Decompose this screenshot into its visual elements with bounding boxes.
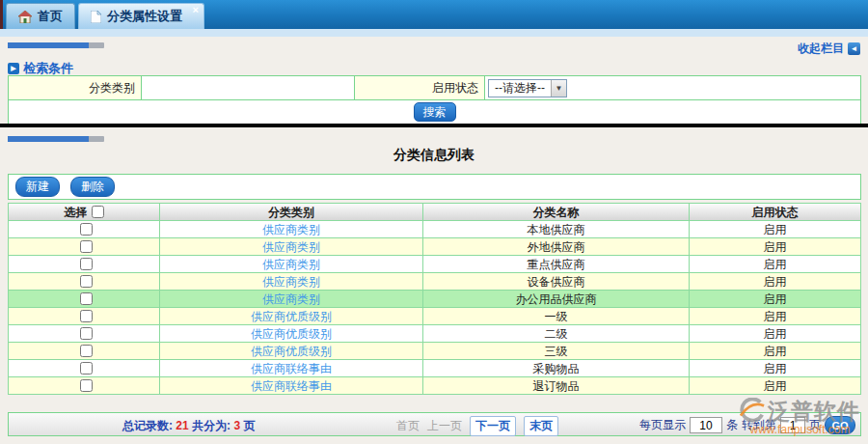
search-button[interactable]: 搜索 (414, 102, 456, 122)
progress-bar-list (8, 136, 104, 142)
row-name-cell: 采购物品 (423, 360, 690, 377)
row-name-cell: 退订物品 (423, 377, 690, 395)
row-category-cell: 供应商优质级别 (160, 308, 423, 325)
row-status-cell: 启用 (690, 308, 860, 325)
tab-home[interactable]: 首页 (6, 3, 75, 29)
collapse-columns-link[interactable]: 收起栏目 ◄ (798, 41, 860, 57)
collapse-icon: ◄ (848, 42, 860, 55)
delete-button[interactable]: 删除 (70, 177, 115, 197)
list-title: 分类信息列表 (0, 147, 868, 164)
status-select[interactable]: --请选择-- ▼ (488, 79, 567, 97)
row-checkbox[interactable] (80, 345, 93, 357)
list-toolbar: 新建 删除 (8, 174, 861, 200)
category-table: 选择 分类类别 分类名称 启用状态 供应商类别本地供应商启用供应商类别外地供应商… (8, 203, 861, 395)
tab-active-label: 分类属性设置 (107, 8, 182, 25)
row-select-cell (9, 377, 160, 395)
last-page-button[interactable]: 末页 (524, 416, 558, 436)
row-select-cell (9, 325, 160, 343)
category-link[interactable]: 供应商优质级别 (251, 310, 332, 323)
header-name: 分类名称 (423, 204, 690, 221)
row-category-cell: 供应商优质级别 (160, 343, 423, 360)
per-page-label: 每页显示 (639, 417, 686, 433)
row-checkbox[interactable] (80, 362, 93, 375)
table-row: 供应商类别设备供应商启用 (9, 273, 860, 291)
section-play-icon: ▶ (8, 63, 19, 74)
row-select-cell (9, 256, 160, 273)
pagination-bar: 总记录数: 21 共分为: 3 页 首页 上一页 下一页 末页 每页显示 条 转… (8, 412, 861, 436)
row-name-cell: 本地供应商 (423, 221, 690, 238)
chevron-down-icon: ▼ (551, 80, 566, 97)
row-category-cell: 供应商联络事由 (160, 377, 423, 395)
header-select: 选择 (9, 204, 160, 221)
row-name-cell: 办公用品供应商 (423, 291, 690, 308)
row-select-cell (9, 343, 160, 360)
category-link[interactable]: 供应商类别 (262, 240, 320, 254)
goto-unit: 页 (809, 417, 821, 433)
first-page-link[interactable]: 首页 (396, 418, 420, 434)
category-link[interactable]: 供应商类别 (262, 223, 320, 236)
row-status-cell: 启用 (690, 273, 860, 291)
row-checkbox[interactable] (80, 258, 93, 270)
header-status: 启用状态 (690, 204, 860, 221)
status-select-value: --请选择-- (489, 80, 551, 97)
category-link[interactable]: 供应商联络事由 (251, 362, 332, 375)
row-category-cell: 供应商类别 (160, 221, 423, 238)
table-row: 供应商类别重点供应商启用 (9, 256, 860, 273)
tab-home-label: 首页 (38, 8, 63, 25)
row-checkbox[interactable] (80, 379, 93, 392)
row-select-cell (9, 221, 160, 238)
row-name-cell: 一级 (423, 308, 690, 325)
total-pages: 3 (233, 419, 240, 432)
row-category-cell: 供应商类别 (160, 256, 423, 273)
row-select-cell (9, 308, 160, 325)
table-row: 供应商优质级别一级启用 (9, 308, 860, 325)
row-name-cell: 设备供应商 (423, 273, 690, 291)
pager: 首页 上一页 下一页 末页 (396, 416, 558, 436)
category-link[interactable]: 供应商类别 (262, 292, 320, 306)
tab-category-settings[interactable]: 分类属性设置 × (78, 3, 204, 29)
go-button[interactable]: GO (825, 416, 855, 434)
table-row: 供应商类别本地供应商启用 (9, 221, 860, 238)
category-link[interactable]: 供应商优质级别 (251, 327, 332, 341)
row-category-cell: 供应商类别 (160, 291, 423, 308)
table-row: 供应商联络事由采购物品启用 (9, 360, 860, 377)
row-select-cell (9, 360, 160, 377)
search-form: 分类类别 启用状态 --请选择-- ▼ 搜索 (8, 75, 861, 125)
row-status-cell: 启用 (690, 238, 860, 256)
table-row: 供应商类别办公用品供应商启用 (9, 291, 860, 308)
goto-page-input[interactable] (780, 417, 805, 433)
table-row: 供应商优质级别二级启用 (9, 325, 860, 343)
row-checkbox[interactable] (80, 240, 93, 253)
row-select-cell (9, 273, 160, 291)
row-checkbox[interactable] (80, 223, 93, 236)
category-link[interactable]: 供应商优质级别 (251, 345, 332, 358)
row-category-cell: 供应商联络事由 (160, 360, 423, 377)
table-row: 供应商优质级别三级启用 (9, 343, 860, 360)
per-page-input[interactable] (690, 417, 722, 433)
new-button[interactable]: 新建 (15, 177, 60, 197)
row-name-cell: 重点供应商 (423, 256, 690, 273)
row-status-cell: 启用 (690, 377, 860, 395)
category-input[interactable] (142, 76, 354, 99)
home-icon (18, 11, 32, 23)
next-page-button[interactable]: 下一页 (470, 416, 516, 436)
per-page-controls: 每页显示 条 转到第 页 GO (639, 416, 855, 434)
row-status-cell: 启用 (690, 291, 860, 308)
close-icon[interactable]: × (193, 4, 199, 15)
prev-page-link[interactable]: 上一页 (427, 418, 462, 434)
row-status-cell: 启用 (690, 256, 860, 273)
category-link[interactable]: 供应商类别 (262, 275, 320, 289)
row-category-cell: 供应商类别 (160, 273, 423, 291)
table-header-row: 选择 分类类别 分类名称 启用状态 (9, 204, 860, 221)
row-checkbox[interactable] (80, 292, 93, 305)
row-checkbox[interactable] (80, 310, 93, 322)
category-link[interactable]: 供应商联络事由 (251, 379, 332, 393)
row-name-cell: 外地供应商 (423, 238, 690, 256)
record-stats: 总记录数: 21 共分为: 3 页 (122, 418, 255, 434)
row-checkbox[interactable] (80, 275, 93, 288)
total-records: 21 (176, 419, 188, 432)
row-checkbox[interactable] (80, 327, 93, 340)
select-all-checkbox[interactable] (92, 206, 104, 218)
category-link[interactable]: 供应商类别 (262, 258, 320, 271)
section-divider (0, 124, 868, 127)
